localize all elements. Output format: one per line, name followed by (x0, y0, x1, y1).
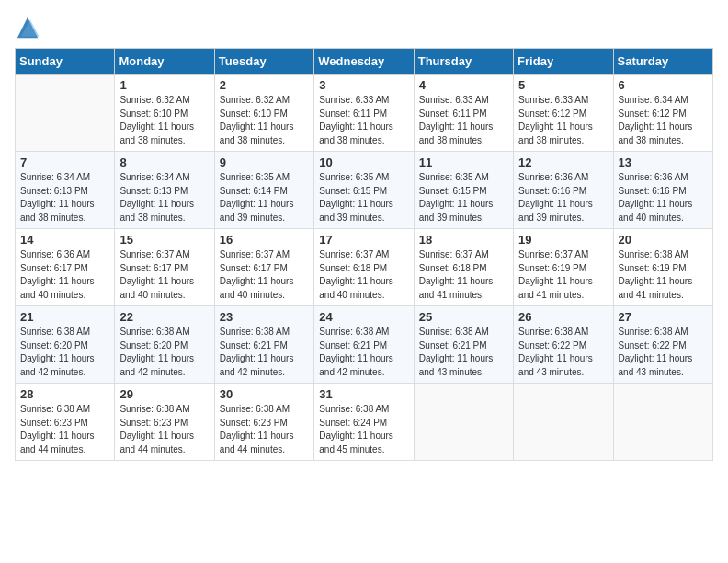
day-info: Sunrise: 6:37 AM Sunset: 6:19 PM Dayligh… (518, 248, 608, 302)
day-number: 10 (319, 155, 408, 169)
day-info: Sunrise: 6:33 AM Sunset: 6:11 PM Dayligh… (319, 94, 408, 147)
day-number: 31 (319, 387, 408, 401)
weekday-header: Monday (115, 49, 214, 75)
day-info: Sunrise: 6:38 AM Sunset: 6:21 PM Dayligh… (419, 326, 508, 379)
day-info: Sunrise: 6:38 AM Sunset: 6:23 PM Dayligh… (220, 403, 309, 456)
calendar-cell: 27Sunrise: 6:38 AM Sunset: 6:22 PM Dayli… (613, 306, 712, 384)
calendar-cell: 9Sunrise: 6:35 AM Sunset: 6:14 PM Daylig… (214, 152, 313, 229)
day-info: Sunrise: 6:36 AM Sunset: 6:17 PM Dayligh… (20, 248, 109, 302)
weekday-header: Thursday (414, 49, 513, 75)
day-number: 9 (220, 155, 309, 169)
calendar-week-row: 1Sunrise: 6:32 AM Sunset: 6:10 PM Daylig… (16, 75, 713, 152)
day-number: 25 (419, 310, 508, 324)
day-info: Sunrise: 6:35 AM Sunset: 6:14 PM Dayligh… (220, 171, 309, 224)
day-info: Sunrise: 6:34 AM Sunset: 6:13 PM Dayligh… (20, 171, 109, 224)
weekday-header: Sunday (16, 49, 115, 75)
weekday-header: Friday (514, 49, 613, 75)
day-number: 28 (20, 387, 109, 401)
day-info: Sunrise: 6:32 AM Sunset: 6:10 PM Dayligh… (119, 94, 209, 147)
day-info: Sunrise: 6:37 AM Sunset: 6:18 PM Dayligh… (319, 248, 408, 302)
calendar-cell: 28Sunrise: 6:38 AM Sunset: 6:23 PM Dayli… (16, 384, 115, 461)
day-number: 11 (419, 155, 508, 169)
logo (15, 15, 44, 40)
day-number: 15 (119, 233, 209, 247)
calendar-cell (414, 384, 513, 461)
calendar-cell: 7Sunrise: 6:34 AM Sunset: 6:13 PM Daylig… (16, 152, 115, 229)
calendar-cell (16, 75, 115, 152)
calendar-cell: 26Sunrise: 6:38 AM Sunset: 6:22 PM Dayli… (514, 306, 613, 384)
day-number: 17 (319, 233, 408, 247)
calendar-cell (514, 384, 613, 461)
day-number: 6 (619, 78, 708, 92)
day-info: Sunrise: 6:35 AM Sunset: 6:15 PM Dayligh… (319, 171, 408, 224)
calendar-cell: 13Sunrise: 6:36 AM Sunset: 6:16 PM Dayli… (613, 152, 712, 229)
calendar-table: SundayMondayTuesdayWednesdayThursdayFrid… (15, 48, 713, 461)
calendar-week-row: 28Sunrise: 6:38 AM Sunset: 6:23 PM Dayli… (16, 384, 713, 461)
day-number: 8 (119, 155, 209, 169)
calendar-cell: 3Sunrise: 6:33 AM Sunset: 6:11 PM Daylig… (314, 75, 414, 152)
day-info: Sunrise: 6:34 AM Sunset: 6:13 PM Dayligh… (119, 171, 209, 224)
calendar-week-row: 7Sunrise: 6:34 AM Sunset: 6:13 PM Daylig… (16, 152, 713, 229)
day-info: Sunrise: 6:38 AM Sunset: 6:20 PM Dayligh… (119, 326, 209, 379)
calendar-cell: 2Sunrise: 6:32 AM Sunset: 6:10 PM Daylig… (214, 75, 313, 152)
calendar-week-row: 21Sunrise: 6:38 AM Sunset: 6:20 PM Dayli… (16, 306, 713, 384)
day-number: 13 (619, 155, 708, 169)
day-info: Sunrise: 6:38 AM Sunset: 6:22 PM Dayligh… (518, 326, 608, 379)
calendar-cell: 8Sunrise: 6:34 AM Sunset: 6:13 PM Daylig… (115, 152, 214, 229)
calendar-week-row: 14Sunrise: 6:36 AM Sunset: 6:17 PM Dayli… (16, 229, 713, 306)
day-number: 26 (518, 310, 608, 324)
day-info: Sunrise: 6:32 AM Sunset: 6:10 PM Dayligh… (220, 94, 309, 147)
weekday-header: Wednesday (314, 49, 414, 75)
day-number: 1 (119, 78, 209, 92)
calendar-cell: 20Sunrise: 6:38 AM Sunset: 6:19 PM Dayli… (613, 229, 712, 306)
day-info: Sunrise: 6:37 AM Sunset: 6:17 PM Dayligh… (220, 248, 309, 302)
day-number: 21 (20, 310, 109, 324)
weekday-header: Tuesday (214, 49, 313, 75)
day-number: 2 (220, 78, 309, 92)
calendar-cell: 19Sunrise: 6:37 AM Sunset: 6:19 PM Dayli… (514, 229, 613, 306)
day-number: 12 (518, 155, 608, 169)
day-info: Sunrise: 6:38 AM Sunset: 6:24 PM Dayligh… (319, 403, 408, 456)
calendar-cell: 17Sunrise: 6:37 AM Sunset: 6:18 PM Dayli… (314, 229, 414, 306)
day-info: Sunrise: 6:38 AM Sunset: 6:21 PM Dayligh… (220, 326, 309, 379)
calendar-cell: 1Sunrise: 6:32 AM Sunset: 6:10 PM Daylig… (115, 75, 214, 152)
day-number: 29 (119, 387, 209, 401)
day-number: 16 (220, 233, 309, 247)
day-info: Sunrise: 6:33 AM Sunset: 6:12 PM Dayligh… (518, 94, 608, 147)
day-info: Sunrise: 6:36 AM Sunset: 6:16 PM Dayligh… (518, 171, 608, 224)
day-info: Sunrise: 6:33 AM Sunset: 6:11 PM Dayligh… (419, 94, 508, 147)
day-info: Sunrise: 6:38 AM Sunset: 6:23 PM Dayligh… (20, 403, 109, 456)
calendar-cell: 22Sunrise: 6:38 AM Sunset: 6:20 PM Dayli… (115, 306, 214, 384)
day-number: 27 (619, 310, 708, 324)
day-number: 30 (220, 387, 309, 401)
day-info: Sunrise: 6:34 AM Sunset: 6:12 PM Dayligh… (619, 94, 708, 147)
calendar-header: SundayMondayTuesdayWednesdayThursdayFrid… (16, 49, 713, 75)
day-info: Sunrise: 6:37 AM Sunset: 6:17 PM Dayligh… (119, 248, 209, 302)
logo-icon (15, 15, 40, 40)
day-info: Sunrise: 6:38 AM Sunset: 6:23 PM Dayligh… (119, 403, 209, 456)
day-number: 14 (20, 233, 109, 247)
day-number: 7 (20, 155, 109, 169)
day-number: 24 (319, 310, 408, 324)
calendar-cell: 29Sunrise: 6:38 AM Sunset: 6:23 PM Dayli… (115, 384, 214, 461)
day-info: Sunrise: 6:38 AM Sunset: 6:19 PM Dayligh… (619, 248, 708, 302)
calendar-cell: 23Sunrise: 6:38 AM Sunset: 6:21 PM Dayli… (214, 306, 313, 384)
day-number: 3 (319, 78, 408, 92)
calendar-cell: 18Sunrise: 6:37 AM Sunset: 6:18 PM Dayli… (414, 229, 513, 306)
calendar-cell (613, 384, 712, 461)
page-header (15, 15, 713, 40)
calendar-cell: 25Sunrise: 6:38 AM Sunset: 6:21 PM Dayli… (414, 306, 513, 384)
calendar-cell: 14Sunrise: 6:36 AM Sunset: 6:17 PM Dayli… (16, 229, 115, 306)
day-info: Sunrise: 6:38 AM Sunset: 6:21 PM Dayligh… (319, 326, 408, 379)
calendar-cell: 15Sunrise: 6:37 AM Sunset: 6:17 PM Dayli… (115, 229, 214, 306)
calendar-cell: 5Sunrise: 6:33 AM Sunset: 6:12 PM Daylig… (514, 75, 613, 152)
calendar-cell: 11Sunrise: 6:35 AM Sunset: 6:15 PM Dayli… (414, 152, 513, 229)
calendar-cell: 21Sunrise: 6:38 AM Sunset: 6:20 PM Dayli… (16, 306, 115, 384)
day-info: Sunrise: 6:38 AM Sunset: 6:22 PM Dayligh… (619, 326, 708, 379)
day-info: Sunrise: 6:37 AM Sunset: 6:18 PM Dayligh… (419, 248, 508, 302)
calendar-body: 1Sunrise: 6:32 AM Sunset: 6:10 PM Daylig… (16, 75, 713, 461)
weekday-header: Saturday (613, 49, 712, 75)
day-number: 22 (119, 310, 209, 324)
day-number: 19 (518, 233, 608, 247)
calendar-cell: 31Sunrise: 6:38 AM Sunset: 6:24 PM Dayli… (314, 384, 414, 461)
